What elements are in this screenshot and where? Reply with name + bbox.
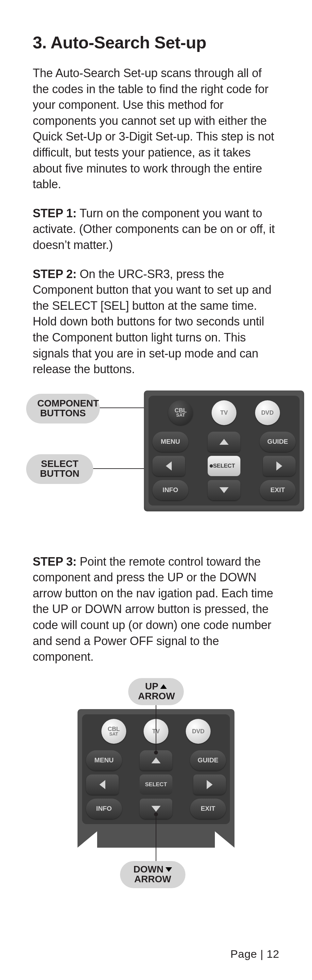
step-1-label: STEP 1: <box>33 207 77 220</box>
left-arrow-button <box>86 775 119 795</box>
exit-button: EXIT <box>260 480 296 500</box>
cbl-sat-button: CBLSAT <box>101 719 126 744</box>
callout-component-buttons: COMPONENT BUTTONS <box>26 394 100 423</box>
remote-diagram-step2: COMPONENT BUTTONS SELECT BUTTON CBLSAT T… <box>33 390 279 525</box>
step-3-body: Point the remote control toward the comp… <box>33 555 273 664</box>
select-button-highlighted: SELECT <box>208 456 240 476</box>
section-heading: 3. Auto-Search Set-up <box>33 33 279 52</box>
step-3: STEP 3: Point the remote control toward … <box>33 554 279 665</box>
callout-down-arrow: DOWN ARROW <box>120 861 186 888</box>
menu-button: MENU <box>152 432 188 452</box>
page-footer: Page | 12 <box>230 948 279 960</box>
callout-select-button: SELECT BUTTON <box>26 454 93 484</box>
guide-button: GUIDE <box>260 432 296 452</box>
info-button: INFO <box>86 799 122 819</box>
dvd-button: DVD <box>255 400 280 425</box>
intro-paragraph: The Auto-Search Set-up scans through all… <box>33 65 279 192</box>
up-arrow-button <box>208 432 240 452</box>
down-triangle-icon <box>165 867 172 872</box>
step-1: STEP 1: Turn on the component you want t… <box>33 205 279 253</box>
cbl-sat-button: CBLSAT <box>168 400 193 425</box>
tv-button: TV <box>211 400 237 425</box>
step-2: STEP 2: On the URC-SR3, press the Compon… <box>33 266 279 377</box>
leader-line <box>156 702 156 752</box>
step-2-label: STEP 2: <box>33 267 77 281</box>
select-button: SELECT <box>140 775 172 795</box>
menu-button: MENU <box>86 750 122 770</box>
section-number: 3. <box>33 33 46 52</box>
dvd-button: DVD <box>186 719 211 744</box>
step-2-body: On the URC-SR3, press the Component butt… <box>33 267 272 376</box>
step-3-label: STEP 3: <box>33 555 77 568</box>
remote-illustration: CBLSAT TV DVD MENU GUIDE SELECT INFO <box>144 390 304 511</box>
up-triangle-icon <box>160 684 167 689</box>
callout-up-arrow: UP ARROW <box>128 678 184 705</box>
section-title-text: Auto-Search Set-up <box>50 33 206 52</box>
down-arrow-button <box>208 480 240 500</box>
left-arrow-button <box>152 456 185 476</box>
info-button: INFO <box>152 480 188 500</box>
right-arrow-button <box>263 456 296 476</box>
right-arrow-button <box>193 775 226 795</box>
remote-diagram-step3: UP ARROW CBLSAT TV DVD MENU GUIDE SELECT <box>64 678 248 894</box>
leader-line <box>156 815 156 861</box>
exit-button: EXIT <box>190 799 226 819</box>
guide-button: GUIDE <box>190 750 226 770</box>
